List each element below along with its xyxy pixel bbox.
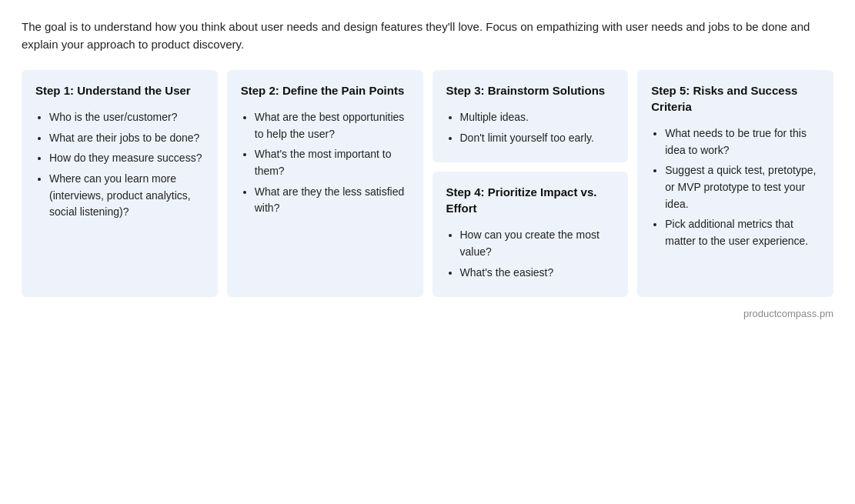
list-item: What are their jobs to be done? bbox=[49, 130, 204, 147]
list-item: Don't limit yourself too early. bbox=[460, 130, 615, 147]
footer: productcompass.pm bbox=[22, 308, 833, 319]
step5-card: Step 5: Risks and Success Criteria What … bbox=[637, 70, 833, 297]
list-item: Suggest a quick test, pretotype, or MVP … bbox=[665, 162, 820, 212]
list-item: How do they measure success? bbox=[49, 150, 204, 167]
step1-list: Who is the user/customer? What are their… bbox=[35, 109, 204, 221]
step2-title: Step 2: Define the Pain Points bbox=[241, 82, 409, 98]
steps-grid: Step 1: Understand the User Who is the u… bbox=[22, 70, 833, 297]
step1-card: Step 1: Understand the User Who is the u… bbox=[22, 70, 218, 297]
footer-text: productcompass.pm bbox=[743, 308, 833, 319]
step2-list: What are the best opportunities to help … bbox=[241, 109, 409, 217]
list-item: Pick additional metrics that matter to t… bbox=[665, 216, 820, 249]
step3-card: Step 3: Brainstorm Solutions Multiple id… bbox=[433, 70, 629, 162]
step3-title: Step 3: Brainstorm Solutions bbox=[446, 82, 615, 98]
list-item: Where can you learn more (interviews, pr… bbox=[49, 171, 204, 221]
list-item: Who is the user/customer? bbox=[49, 109, 204, 126]
step4-title: Step 4: Prioritize Impact vs. Effort bbox=[446, 184, 615, 216]
step4-card: Step 4: Prioritize Impact vs. Effort How… bbox=[433, 172, 629, 297]
list-item: What are the best opportunities to help … bbox=[255, 109, 409, 142]
list-item: What needs to be true for this idea to w… bbox=[665, 125, 820, 159]
step3-list: Multiple ideas. Don't limit yourself too… bbox=[446, 109, 615, 146]
list-item: What are they the less satisfied with? bbox=[255, 184, 409, 217]
list-item: How can you create the most value? bbox=[460, 227, 615, 260]
intro-text: The goal is to understand how you think … bbox=[22, 18, 833, 53]
step5-list: What needs to be true for this idea to w… bbox=[651, 125, 820, 250]
step4-list: How can you create the most value? What'… bbox=[446, 227, 615, 281]
list-item: What's the easiest? bbox=[460, 265, 615, 282]
list-item: What's the most important to them? bbox=[255, 146, 409, 179]
step1-title: Step 1: Understand the User bbox=[35, 82, 204, 98]
step2-card: Step 2: Define the Pain Points What are … bbox=[227, 70, 423, 297]
list-item: Multiple ideas. bbox=[460, 109, 615, 126]
step5-title: Step 5: Risks and Success Criteria bbox=[651, 82, 820, 115]
